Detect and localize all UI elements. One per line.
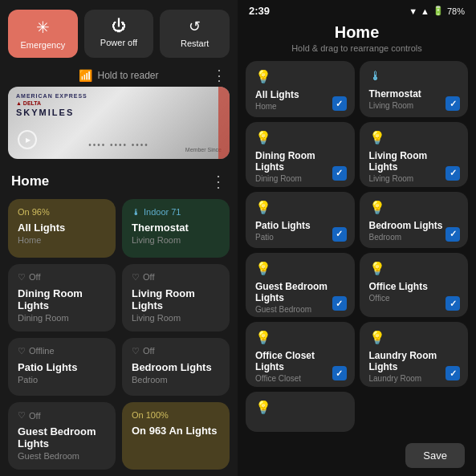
power-off-button[interactable]: ⏻ Power off [84, 10, 154, 58]
power-buttons-row: ✳ Emergency ⏻ Power off ↺ Restart [0, 0, 238, 66]
right-tile-patio-check [332, 227, 347, 242]
right-tile-thermostat-icon: 🌡 [369, 69, 459, 83]
tile-thermostat[interactable]: 🌡 Indoor 71 Thermostat Living Room [122, 199, 230, 258]
right-tile-extra[interactable]: 💡 [246, 392, 355, 432]
save-button[interactable]: Save [405, 443, 465, 468]
right-tile-living-check [445, 166, 460, 181]
status-time: 2:39 [249, 5, 270, 17]
status-bar: 2:39 ▼ ▲ 🔋 78% [238, 0, 476, 20]
right-tile-extra-icon: 💡 [255, 400, 345, 415]
restart-icon: ↺ [189, 18, 201, 35]
nfc-icon: 📶 [79, 69, 92, 82]
emergency-icon: ✳ [36, 18, 50, 37]
restart-label: Restart [181, 39, 209, 48]
tile-on100[interactable]: On 100% On 963 An Lights [122, 402, 230, 470]
battery-percent: 78% [447, 6, 465, 16]
right-tile-bedroom-icon: 💡 [369, 200, 459, 215]
tile-living-room: Living Room [132, 313, 220, 323]
right-tile-patio-room: Patio [255, 233, 345, 242]
tile-living-name: Living Room Lights [132, 287, 220, 311]
left-section-title: Home [11, 173, 49, 189]
tile-living-status: ♡ Off [132, 272, 220, 283]
tile-all-lights[interactable]: On 96% All Lights Home [8, 199, 116, 258]
tile-dining-status: ♡ Off [18, 272, 106, 283]
right-tiles-grid: 💡 All Lights Home 🌡 Thermostat Living Ro… [238, 55, 476, 438]
left-panel: ✳ Emergency ⏻ Power off ↺ Restart 📶 Hold… [0, 0, 238, 476]
tile-patio-lights[interactable]: ♡ Offline Patio Lights Patio [8, 338, 116, 397]
right-tile-dining-check [332, 166, 347, 181]
right-tile-closet-icon: 💡 [255, 330, 345, 345]
tile-bedroom-name: Bedroom Lights [132, 361, 220, 373]
tile-on100-status: On 100% [132, 410, 220, 420]
right-tile-thermostat[interactable]: 🌡 Thermostat Living Room [360, 61, 469, 117]
right-tile-closet-check [332, 366, 347, 380]
card-play-button[interactable] [18, 130, 37, 149]
card-holder: Member Since [185, 147, 222, 153]
emergency-button[interactable]: ✳ Emergency [8, 10, 78, 58]
tile-guest-name: Guest Bedroom Lights [18, 425, 106, 450]
right-tile-guest-lights[interactable]: 💡 Guest Bedroom Lights Guest Bedroom [246, 253, 355, 318]
tile-thermostat-room: Living Room [132, 235, 220, 245]
nfc-label: Hold to reader [97, 70, 158, 81]
right-tile-guest-check [332, 296, 347, 311]
right-tile-closet-room: Office Closet [255, 374, 345, 383]
right-tile-all-lights-room: Home [255, 102, 345, 111]
tile-all-lights-name: All Lights [18, 222, 106, 234]
save-bar: Save [238, 438, 476, 476]
right-tile-all-lights-icon: 💡 [255, 69, 345, 84]
card-logo: AMERICAN EXPRESS ▲ DELTA SKYMILES [16, 93, 87, 117]
right-tile-bedroom-lights[interactable]: 💡 Bedroom Lights Bedroom [360, 192, 469, 248]
right-tile-guest-room: Guest Bedroom [255, 305, 345, 314]
power-off-label: Power off [100, 38, 137, 47]
right-tile-closet-name: Office Closet Lights [255, 350, 345, 372]
tile-bedroom-lights[interactable]: ♡ Off Bedroom Lights Bedroom [122, 338, 230, 397]
tile-bedroom-room: Bedroom [132, 375, 220, 384]
tile-on100-name: On 963 An Lights [132, 425, 220, 437]
right-tile-placeholder [360, 392, 469, 432]
tile-thermostat-name: Thermostat [132, 222, 220, 234]
tile-dining-lights[interactable]: ♡ Off Dining Room Lights Dining Room [8, 264, 116, 332]
right-tile-laundry-lights[interactable]: 💡 Laundry Room Lights Laundry Room [360, 322, 469, 387]
signal-icon: ▼ [409, 6, 417, 16]
right-tile-closet-lights[interactable]: 💡 Office Closet Lights Office Closet [246, 322, 355, 387]
right-tile-laundry-check [445, 366, 460, 380]
tile-dining-room: Dining Room [18, 313, 106, 323]
right-subtitle: Hold & drag to rearrange controls [238, 43, 476, 53]
right-tile-office-icon: 💡 [369, 261, 459, 276]
wifi-icon: ▲ [421, 6, 429, 16]
right-tile-dining-lights[interactable]: 💡 Dining Room Lights Dining Room [246, 122, 355, 187]
tile-guest-lights[interactable]: ♡ Off Guest Bedroom Lights Guest Bedroom [8, 402, 116, 470]
tile-patio-name: Patio Lights [18, 361, 106, 373]
tile-guest-status: ♡ Off [18, 410, 106, 421]
right-tile-office-lights[interactable]: 💡 Office Lights Office [360, 253, 469, 318]
restart-button[interactable]: ↺ Restart [160, 10, 230, 58]
tile-guest-room: Guest Bedroom [18, 451, 106, 461]
left-tiles-grid: On 96% All Lights Home 🌡 Indoor 71 Therm… [0, 193, 238, 476]
right-tile-bedroom-check [445, 227, 460, 242]
tile-bedroom-status: ♡ Off [132, 346, 220, 356]
right-tile-guest-icon: 💡 [255, 261, 345, 276]
card-brand: AMERICAN EXPRESS [16, 93, 87, 99]
right-tile-living-lights[interactable]: 💡 Living Room Lights Living Room [360, 122, 469, 187]
tile-patio-status: ♡ Offline [18, 346, 106, 356]
nfc-menu-button[interactable]: ⋮ [212, 67, 226, 84]
tile-thermostat-status: 🌡 Indoor 71 [132, 207, 220, 217]
tile-all-lights-room: Home [18, 235, 106, 245]
right-tile-living-icon: 💡 [369, 130, 459, 145]
right-tile-all-lights[interactable]: 💡 All Lights Home [246, 61, 355, 117]
right-tile-dining-name: Dining Room Lights [255, 150, 345, 173]
right-tile-thermostat-check [445, 96, 460, 111]
left-section-menu-button[interactable]: ⋮ [210, 172, 226, 191]
status-icons: ▼ ▲ 🔋 78% [409, 6, 465, 16]
emergency-label: Emergency [21, 40, 66, 50]
delta-logo: ▲ DELTA [16, 100, 41, 106]
tile-living-lights[interactable]: ♡ Off Living Room Lights Living Room [122, 264, 230, 332]
payment-card[interactable]: AMERICAN EXPRESS ▲ DELTA SKYMILES •••• •… [8, 87, 230, 159]
right-tile-patio-name: Patio Lights [255, 220, 345, 231]
tile-all-lights-status: On 96% [18, 207, 106, 217]
right-tile-patio-lights[interactable]: 💡 Patio Lights Patio [246, 192, 355, 248]
card-number-dots: •••• •••• •••• [88, 140, 149, 149]
right-tile-laundry-icon: 💡 [369, 330, 459, 345]
right-tile-all-lights-name: All Lights [255, 89, 345, 100]
battery-icon: 🔋 [433, 6, 444, 16]
